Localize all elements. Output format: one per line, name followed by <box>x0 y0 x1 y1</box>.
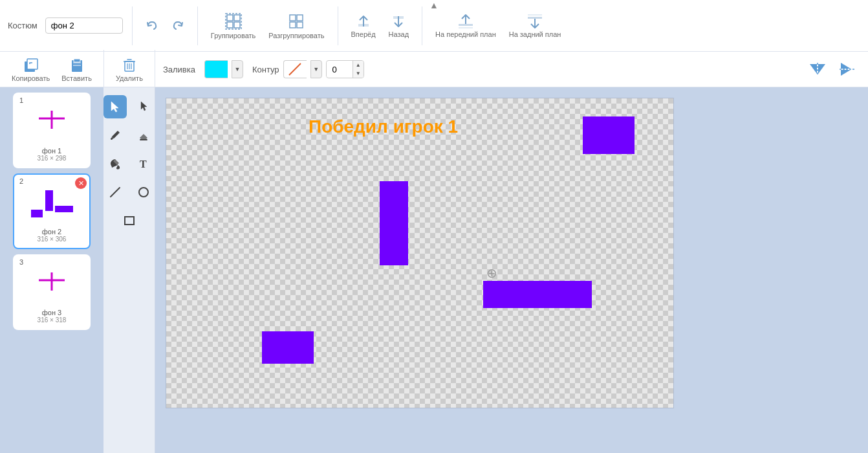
svg-rect-7 <box>290 22 296 28</box>
thumb-canvas-2 <box>19 180 84 225</box>
canvas-crosshair: ⊕ <box>486 267 497 280</box>
tool-row-4 <box>103 181 155 204</box>
thumb-number-3: 3 <box>19 258 23 266</box>
canvas-rect-4 <box>262 331 314 364</box>
svg-marker-24 <box>818 64 825 74</box>
svg-rect-16 <box>27 59 38 69</box>
costume-thumb-2[interactable]: 2 ✕ фон 2 316 × 306 <box>13 173 91 249</box>
stroke-color-swatch[interactable] <box>283 60 307 78</box>
svg-rect-34 <box>31 210 43 217</box>
stroke-color-dropdown[interactable]: ▼ <box>310 60 322 78</box>
costume-label: Костюм <box>8 21 38 30</box>
svg-rect-9 <box>358 24 369 27</box>
divider-5 <box>103 50 104 89</box>
svg-rect-14 <box>528 14 542 16</box>
canvas-rect-2 <box>380 181 408 265</box>
svg-rect-20 <box>73 65 81 66</box>
tool-pointer[interactable] <box>132 95 155 118</box>
tool-select[interactable] <box>103 95 127 118</box>
tool-row-5 <box>118 209 141 232</box>
svg-rect-5 <box>290 15 296 21</box>
stroke-width-spinner: ▲ ▼ <box>353 61 363 78</box>
delete-label: Удалить <box>116 74 143 82</box>
delete-button[interactable]: Удалить <box>112 54 147 85</box>
thumb-name-3: фон 3 <box>19 309 84 316</box>
canvas-area[interactable]: Победил игрок 1 ⊕ <box>155 87 868 453</box>
thumb-canvas-1 <box>19 99 84 144</box>
svg-rect-1 <box>234 15 240 21</box>
canvas-rect-3 <box>483 281 592 308</box>
tool-rect[interactable] <box>118 209 141 232</box>
svg-rect-33 <box>55 206 73 212</box>
to-front-label: На передний план <box>435 30 496 38</box>
divider-2 <box>197 6 198 45</box>
tool-circle[interactable] <box>132 181 155 204</box>
svg-marker-26 <box>841 63 851 69</box>
svg-rect-8 <box>297 22 303 28</box>
svg-rect-43 <box>125 217 134 225</box>
stroke-width-value[interactable] <box>327 62 353 77</box>
stroke-width-down[interactable]: ▼ <box>353 69 363 78</box>
tool-line[interactable] <box>103 181 127 204</box>
svg-marker-27 <box>841 70 851 76</box>
paste-label: Вставить <box>61 74 92 82</box>
back-button[interactable]: Назад <box>385 11 413 41</box>
svg-text:T: T <box>140 159 147 170</box>
svg-line-41 <box>111 188 120 197</box>
canvas-content: Победил игрок 1 ⊕ <box>166 98 673 408</box>
fill-color-dropdown[interactable]: ▼ <box>232 60 243 78</box>
thumb-size-3: 316 × 318 <box>19 316 84 324</box>
group-label: Группировать <box>211 32 256 39</box>
to-back-button[interactable]: На задний план <box>505 11 565 41</box>
thumb-delete-2[interactable]: ✕ <box>75 177 87 189</box>
redo-button[interactable] <box>168 16 188 36</box>
main-content: ▲ 1 фон 1 316 × 298 2 ✕ <box>0 87 868 453</box>
thumb-number-1: 1 <box>19 96 23 104</box>
tool-text[interactable]: T <box>132 152 155 175</box>
costume-name-input[interactable] <box>45 17 123 34</box>
costumes-sidebar: ▲ 1 фон 1 316 × 298 2 ✕ <box>0 87 103 453</box>
svg-rect-4 <box>226 14 241 29</box>
costume-thumb-1[interactable]: 1 фон 1 316 × 298 <box>13 93 91 168</box>
flip-horizontal-button[interactable] <box>805 58 830 81</box>
svg-line-22 <box>289 63 301 75</box>
svg-rect-10 <box>393 16 404 19</box>
fill-label: Заливка <box>163 65 195 74</box>
flip-vertical-button[interactable] <box>834 58 860 81</box>
forward-button[interactable]: Вперёд <box>347 11 380 41</box>
tool-eraser[interactable] <box>132 124 155 147</box>
thumb-name-2: фон 2 <box>19 228 84 236</box>
svg-rect-6 <box>297 15 303 21</box>
copy-label: Копировать <box>12 74 50 82</box>
ungroup-label: Разгруппировать <box>268 32 324 39</box>
copy-button[interactable]: Копировать <box>8 54 54 85</box>
undo-button[interactable] <box>142 16 162 36</box>
thumb-size-2: 316 × 306 <box>19 236 84 243</box>
canvas-rect-1 <box>583 116 635 154</box>
divider-3 <box>338 6 338 45</box>
stroke-width-input[interactable]: ▲ ▼ <box>326 60 364 78</box>
costume-thumb-3[interactable]: 3 фон 3 316 × 318 <box>13 254 91 330</box>
tool-row-2 <box>103 124 155 147</box>
svg-rect-18 <box>74 59 80 62</box>
tool-fill[interactable] <box>103 152 127 175</box>
to-front-button[interactable]: На передний план <box>431 11 500 41</box>
svg-rect-3 <box>234 22 240 28</box>
divider-4 <box>422 6 422 45</box>
stroke-section: ▼ <box>283 60 322 78</box>
svg-rect-39 <box>140 139 147 140</box>
thumb-name-1: фон 1 <box>19 147 84 155</box>
svg-rect-13 <box>528 17 542 19</box>
svg-rect-32 <box>45 190 53 211</box>
tools-panel: T <box>103 87 155 453</box>
back-label: Назад <box>389 30 409 38</box>
paste-button[interactable]: Вставить <box>58 54 96 85</box>
ungroup-button[interactable]: Разгруппировать <box>265 10 328 42</box>
fill-color-swatch[interactable] <box>204 60 228 78</box>
tool-row-1 <box>103 95 155 118</box>
svg-rect-12 <box>459 27 473 28</box>
win-text: Победил игрок 1 <box>309 116 458 137</box>
stroke-width-up[interactable]: ▲ <box>353 61 363 69</box>
tool-brush[interactable] <box>103 124 127 147</box>
group-button[interactable]: Группировать <box>207 10 260 42</box>
